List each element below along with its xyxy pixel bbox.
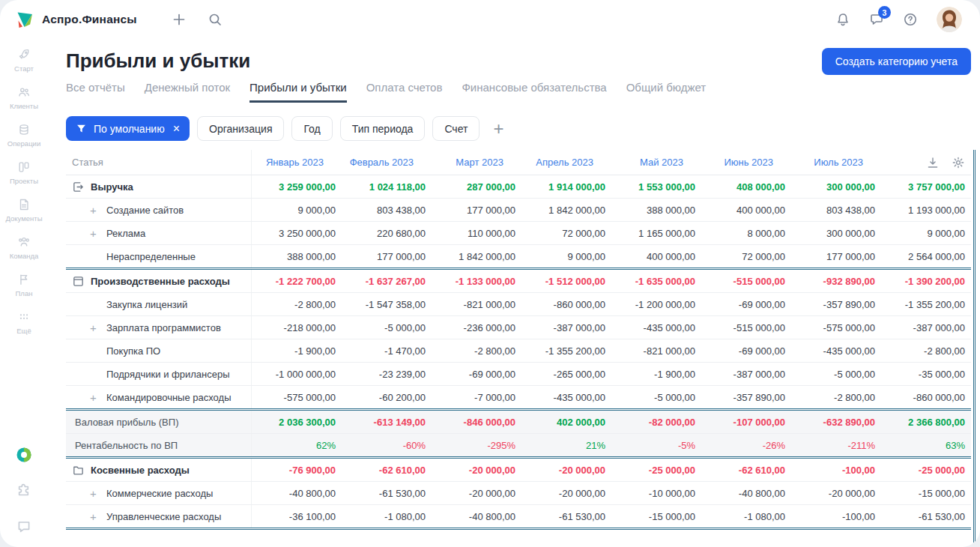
row-name[interactable]: +Командировочные расходы bbox=[66, 386, 252, 408]
cell-value: -932 890,00 bbox=[791, 276, 881, 287]
cell-value: -218 000,00 bbox=[252, 322, 342, 333]
messages-button[interactable]: 3 bbox=[869, 12, 884, 27]
tab-2[interactable]: Денежный поток bbox=[145, 81, 230, 103]
cell-value: -5% bbox=[611, 440, 701, 451]
filter-preset-pill[interactable]: По умолчанию × bbox=[66, 116, 190, 141]
cell-value: -1 080,00 bbox=[701, 511, 791, 522]
cell-value: -5 000,00 bbox=[611, 392, 701, 403]
cell-value: -7 000,00 bbox=[432, 392, 521, 403]
row-name[interactable]: Покупка ПО bbox=[66, 339, 252, 362]
filter-chip[interactable]: Счет bbox=[432, 116, 480, 141]
sidebar-item-team[interactable]: Команда bbox=[10, 235, 39, 260]
support-chat-icon[interactable] bbox=[16, 519, 32, 535]
month-column-header[interactable]: Июнь 2023 bbox=[701, 157, 791, 168]
filter-chip[interactable]: Организация bbox=[197, 116, 284, 141]
cell-value: -62 610,00 bbox=[342, 465, 432, 476]
month-column-header[interactable]: Январь 2023 bbox=[252, 157, 342, 168]
create-category-button[interactable]: Создать категорию учета bbox=[822, 48, 971, 75]
sidebar-item-clients[interactable]: Клиенты bbox=[10, 85, 38, 110]
cell-value: 300 000,00 bbox=[791, 181, 881, 193]
cell-value: 110 000,00 bbox=[432, 228, 521, 239]
sidebar-item-plan[interactable]: План bbox=[16, 273, 33, 297]
cell-value: 177 000,00 bbox=[342, 251, 432, 262]
cell-value: 1 842 000,00 bbox=[432, 251, 521, 262]
notifications-bell-icon[interactable] bbox=[835, 12, 850, 27]
cell-value: 2 366 800,00 bbox=[881, 417, 971, 428]
tab-3[interactable]: Прибыли и убытки bbox=[249, 81, 347, 103]
row-name[interactable]: Валовая прибыль (ВП) bbox=[66, 411, 252, 433]
tab-6[interactable]: Общий бюджет bbox=[626, 81, 707, 103]
search-button[interactable] bbox=[208, 12, 223, 27]
sidebar-item-projects[interactable]: Проекты bbox=[10, 160, 38, 185]
expand-plus-icon[interactable]: + bbox=[90, 487, 97, 500]
tab-5[interactable]: Финансовые обязательства bbox=[462, 81, 606, 103]
expand-plus-icon[interactable]: + bbox=[90, 510, 97, 523]
row-name[interactable]: Нераспределенные bbox=[66, 245, 252, 268]
cell-value: -821 000,00 bbox=[432, 299, 521, 310]
sidebar-item-label: Проекты bbox=[10, 177, 38, 185]
table-settings-gear-icon[interactable] bbox=[952, 156, 965, 169]
month-column-header[interactable]: Февраль 2023 bbox=[342, 157, 432, 168]
help-icon[interactable] bbox=[903, 12, 918, 27]
cell-value: -35 000,00 bbox=[881, 369, 971, 380]
quick-add-button[interactable] bbox=[172, 12, 187, 27]
download-icon[interactable] bbox=[926, 156, 940, 169]
table-row: +Реклама3 250 000,00220 680,00110 000,00… bbox=[66, 222, 971, 245]
filter-chip[interactable]: Год bbox=[291, 116, 332, 141]
row-name[interactable]: +Управленческие расходы bbox=[66, 505, 252, 528]
row-label: Командировочные расходы bbox=[106, 392, 232, 403]
row-name[interactable]: +Коммерческие расходы bbox=[66, 482, 252, 504]
user-avatar[interactable] bbox=[937, 7, 962, 32]
cell-value: -40 800,00 bbox=[252, 488, 342, 499]
tab-4[interactable]: Оплата счетов bbox=[366, 81, 443, 103]
topbar-right: 3 bbox=[835, 7, 962, 32]
expand-plus-icon[interactable]: + bbox=[90, 227, 97, 240]
cell-value: 21% bbox=[521, 440, 611, 451]
cell-value: -20 000,00 bbox=[521, 465, 611, 476]
row-name[interactable]: +Зарплата программистов bbox=[66, 316, 252, 339]
row-name[interactable]: Выручка bbox=[66, 175, 252, 198]
integrations-icon[interactable] bbox=[16, 483, 32, 499]
sidebar-item-documents[interactable]: Документы bbox=[6, 198, 43, 223]
expand-plus-icon[interactable]: + bbox=[90, 321, 97, 334]
sidebar-item-operations[interactable]: Операции bbox=[7, 123, 40, 148]
app-logo-icon[interactable] bbox=[15, 10, 34, 29]
cell-value: 9 000,00 bbox=[252, 205, 342, 216]
cell-value: -1 635 000,00 bbox=[611, 276, 701, 287]
cat-note-icon bbox=[72, 275, 85, 288]
app-window: Аспро.Финансы 3 СтартКлиентыОперацииПрое… bbox=[0, 0, 980, 547]
cell-value: -265 000,00 bbox=[521, 369, 611, 380]
sidebar-nav: СтартКлиентыОперацииПроектыДокументыКома… bbox=[6, 48, 43, 348]
row-name[interactable]: +Реклама bbox=[66, 222, 252, 244]
expand-plus-icon[interactable]: + bbox=[90, 204, 97, 217]
expand-plus-icon[interactable]: + bbox=[90, 391, 97, 404]
month-column-header[interactable]: Апрель 2023 bbox=[521, 157, 611, 168]
clear-filter-icon[interactable]: × bbox=[173, 123, 180, 135]
month-column-header[interactable]: Март 2023 bbox=[432, 157, 521, 168]
month-column-header[interactable]: Май 2023 bbox=[611, 157, 701, 168]
sidebar-item-rocket[interactable]: Старт bbox=[14, 48, 34, 73]
month-column-header[interactable]: Июль 2023 bbox=[791, 157, 881, 168]
cell-value: 1 842 000,00 bbox=[521, 205, 611, 216]
cell-value: -435 000,00 bbox=[791, 345, 881, 357]
table-row: +Создание сайтов9 000,00803 438,00177 00… bbox=[66, 199, 971, 222]
row-name[interactable]: Рентабельность по ВП bbox=[66, 434, 252, 456]
row-name[interactable]: Подрядчики и фрилансеры bbox=[66, 363, 252, 385]
row-name[interactable]: Закупка лицензий bbox=[66, 293, 252, 315]
cell-value: 3 259 000,00 bbox=[252, 181, 342, 193]
row-label: Коммерческие расходы bbox=[106, 488, 213, 499]
aspro-cloud-logo-icon[interactable] bbox=[16, 447, 32, 463]
filter-chip[interactable]: Тип периода bbox=[340, 116, 426, 141]
cell-value: -575 000,00 bbox=[791, 322, 881, 333]
add-filter-button[interactable]: + bbox=[493, 120, 503, 138]
cell-value: -1 547 358,00 bbox=[342, 299, 432, 310]
cell-value: -60 200,00 bbox=[342, 392, 432, 403]
sidebar-item-more[interactable]: Ещё bbox=[16, 310, 31, 335]
tabs: Все отчётыДенежный потокПрибыли и убытки… bbox=[66, 81, 980, 103]
row-name[interactable]: +Создание сайтов bbox=[66, 199, 252, 221]
row-name[interactable]: Производственные расходы bbox=[66, 270, 252, 292]
row-name[interactable]: Косвенные расходы bbox=[66, 459, 252, 481]
cell-value: 388 000,00 bbox=[252, 251, 342, 262]
row-label: Зарплата программистов bbox=[106, 322, 221, 333]
tab-1[interactable]: Все отчёты bbox=[66, 81, 125, 103]
